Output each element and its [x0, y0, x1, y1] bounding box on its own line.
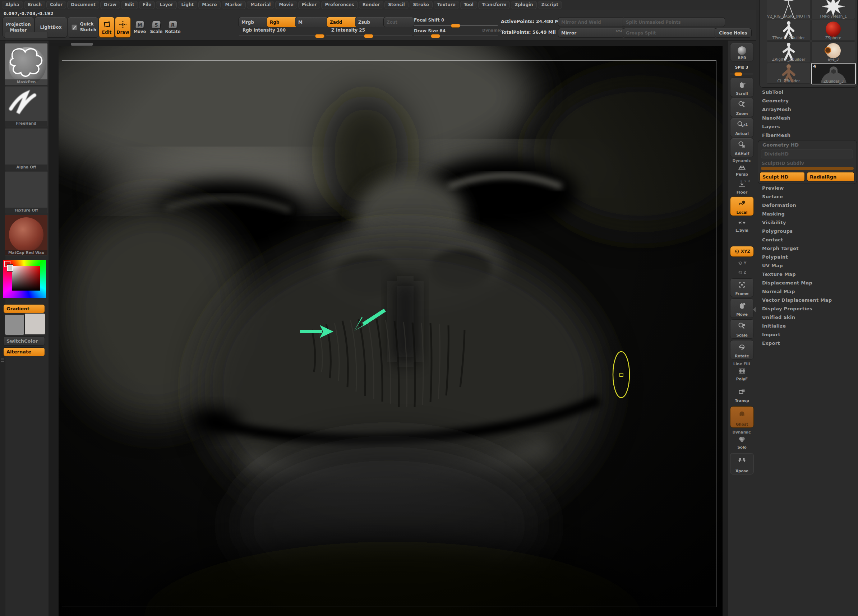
section-preview[interactable]: Preview: [762, 185, 784, 191]
frame-button[interactable]: Frame: [730, 278, 754, 297]
section-displacement-map[interactable]: Displacement Map: [762, 280, 812, 286]
current-material-thumbnail[interactable]: MatCap Red Wax: [5, 215, 48, 256]
tool-thumb-zbuilder3-selected[interactable]: 4 ZBuilder_3: [811, 63, 856, 84]
section-polygroups[interactable]: Polygroups: [762, 228, 793, 234]
section-display-properties[interactable]: Display Properties: [762, 306, 812, 312]
tool-thumb-tpose1[interactable]: TPose1 _ZBuilder: [767, 20, 811, 40]
transp-button[interactable]: Transp: [730, 385, 754, 404]
draw-mode-button[interactable]: Draw: [115, 17, 131, 38]
scale-canvas-button[interactable]: Scale: [730, 319, 754, 339]
current-brush-thumbnail[interactable]: MaskPen: [5, 43, 48, 85]
move-mode-button[interactable]: M Move: [132, 18, 148, 38]
tray-splitter-arrow[interactable]: [753, 307, 755, 312]
actual-size-button[interactable]: x1 Actual: [730, 118, 754, 137]
current-texture-thumbnail[interactable]: Texture Off: [5, 171, 48, 213]
symmetry-xyz-button[interactable]: XYZ: [730, 246, 754, 257]
menu-macro[interactable]: Macro: [198, 1, 220, 9]
menu-color[interactable]: Color: [47, 1, 66, 9]
sculpthd-subdiv-slider[interactable]: [761, 167, 854, 170]
section-polypaint[interactable]: Polypaint: [762, 254, 788, 260]
solo-button[interactable]: Solo: [730, 433, 754, 451]
menu-tool[interactable]: Tool: [460, 1, 477, 9]
menu-zscript[interactable]: Zscript: [538, 1, 562, 9]
menu-picker[interactable]: Picker: [298, 1, 320, 9]
section-layers[interactable]: Layers: [762, 124, 780, 129]
menu-preferences[interactable]: Preferences: [321, 1, 358, 9]
bpr-render-button[interactable]: BPR: [730, 43, 754, 61]
menu-material[interactable]: Material: [247, 1, 274, 9]
tool-thumb-tmpolymesh[interactable]: TMPolyMesh_1: [811, 0, 855, 19]
mirror-button[interactable]: Mirror xyz: [558, 28, 625, 38]
section-masking[interactable]: Masking: [762, 211, 785, 217]
sculpt-canvas[interactable]: [48, 40, 728, 616]
section-arraymesh[interactable]: ArrayMesh: [762, 107, 791, 112]
tool-thumb-zsphere[interactable]: ZSphere: [811, 20, 855, 40]
menu-alpha[interactable]: Alpha: [2, 1, 23, 9]
menu-file[interactable]: File: [139, 1, 155, 9]
alternate-button[interactable]: Alternate: [3, 348, 45, 356]
secondary-color-swatch[interactable]: [25, 313, 45, 335]
menu-light[interactable]: Light: [178, 1, 197, 9]
menu-stencil[interactable]: Stencil: [384, 1, 408, 9]
section-nanomesh[interactable]: NanoMesh: [762, 115, 790, 121]
rgb-button[interactable]: Rgb: [267, 17, 297, 27]
spix-slider[interactable]: [730, 74, 753, 74]
menu-texture[interactable]: Texture: [434, 1, 459, 9]
menu-zplugin[interactable]: Zplugin: [511, 1, 536, 9]
radialrgn-button[interactable]: RadialRgn: [807, 172, 855, 182]
gradient-button[interactable]: Gradient: [3, 304, 45, 313]
m-button[interactable]: M: [295, 17, 329, 27]
scroll-button[interactable]: Scroll: [730, 78, 754, 97]
floor-button[interactable]: x y z Floor: [730, 178, 754, 196]
section-morph-target[interactable]: Morph Target: [762, 246, 799, 251]
tool-thumb-eye3[interactable]: eye_3: [811, 41, 855, 62]
zadd-button[interactable]: Zadd: [326, 17, 358, 27]
switch-color-button[interactable]: SwitchColor: [3, 337, 45, 346]
menu-render[interactable]: Render: [359, 1, 384, 9]
section-export[interactable]: Export: [762, 340, 780, 346]
ghost-button[interactable]: Ghost: [730, 406, 754, 428]
close-holes-button[interactable]: Close Holes: [715, 28, 752, 38]
split-unmasked-points-button[interactable]: Split Unmasked Points: [623, 17, 725, 27]
menu-edit[interactable]: Edit: [121, 1, 138, 9]
sculpt-hd-button[interactable]: Sculpt HD: [760, 172, 805, 182]
zsub-button[interactable]: Zsub: [355, 17, 386, 27]
z-intensity-slider[interactable]: [326, 36, 412, 36]
color-picker[interactable]: [3, 260, 46, 298]
rgb-intensity-slider[interactable]: [239, 36, 324, 36]
local-button[interactable]: Local: [730, 197, 754, 216]
section-texture-map[interactable]: Texture Map: [762, 272, 796, 277]
sv-selector[interactable]: [7, 265, 13, 271]
rotate-mode-button[interactable]: R Rotate: [165, 18, 181, 38]
saturation-value-square[interactable]: [12, 266, 40, 290]
lsym-button[interactable]: L.Sym: [730, 217, 754, 234]
groups-split-button[interactable]: Groups Split: [623, 28, 717, 38]
menu-marker[interactable]: Marker: [222, 1, 246, 9]
edit-mode-button[interactable]: Edit: [99, 17, 115, 38]
section-contact[interactable]: Contact: [762, 237, 783, 242]
quick-sketch-button[interactable]: Quick Sketch: [68, 17, 98, 38]
section-vector-displacement-map[interactable]: Vector Displacement Map: [762, 297, 832, 303]
section-deformation[interactable]: Deformation: [762, 203, 796, 208]
focal-shift-slider[interactable]: [414, 25, 497, 26]
xpose-button[interactable]: Xpose: [730, 453, 754, 475]
main-color-swatch[interactable]: [5, 314, 25, 335]
zoom-button[interactable]: Zoom: [730, 98, 754, 117]
current-alpha-thumbnail[interactable]: Alpha Off: [5, 128, 48, 170]
section-subtool[interactable]: SubTool: [762, 90, 783, 95]
section-uv-map[interactable]: UV Map: [762, 263, 783, 268]
move-canvas-button[interactable]: Move: [730, 298, 754, 318]
section-import[interactable]: Import: [762, 332, 780, 337]
mirror-and-weld-button[interactable]: Mirror And Weld: [558, 17, 625, 27]
divide-hd-button[interactable]: DivideHD: [761, 149, 853, 158]
persp-button[interactable]: Persp: [730, 162, 754, 178]
section-visibility[interactable]: Visibility: [762, 220, 786, 225]
symmetry-y-button[interactable]: Y: [730, 258, 754, 268]
zcut-button[interactable]: Zcut: [383, 17, 414, 27]
section-fibermesh[interactable]: FiberMesh: [762, 132, 790, 138]
section-geometry-hd[interactable]: Geometry HD: [762, 142, 799, 147]
menu-stroke[interactable]: Stroke: [410, 1, 432, 9]
polyframe-button[interactable]: PolyF: [730, 365, 754, 383]
menu-draw[interactable]: Draw: [100, 1, 120, 9]
rotate-canvas-button[interactable]: Rotate: [730, 340, 754, 360]
